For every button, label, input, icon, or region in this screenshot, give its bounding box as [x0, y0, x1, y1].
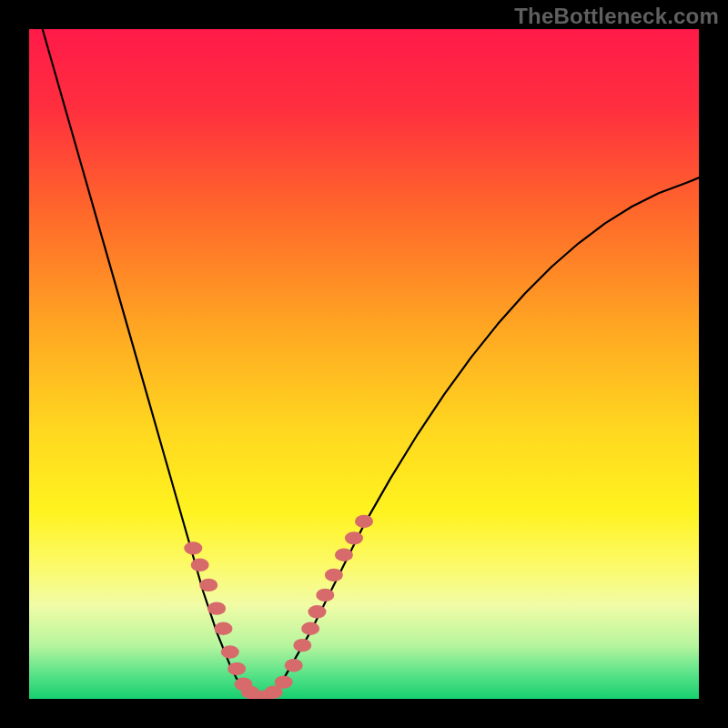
marker-point	[325, 569, 343, 581]
marker-point	[191, 559, 209, 571]
watermark-text: TheBottleneck.com	[514, 4, 719, 29]
marker-point	[285, 659, 303, 672]
marker-point	[335, 549, 353, 561]
marker-point	[275, 675, 293, 688]
marker-point	[214, 622, 232, 635]
marker-point	[207, 602, 226, 614]
chart-frame: TheBottleneck.com	[0, 0, 728, 728]
marker-point	[293, 639, 311, 652]
gradient-background	[29, 29, 699, 699]
marker-point	[228, 662, 246, 675]
marker-point	[316, 589, 334, 602]
marker-point	[221, 645, 239, 658]
plot-area	[29, 29, 699, 699]
marker-point	[308, 605, 326, 618]
marker-point	[184, 541, 202, 554]
bottleneck-chart	[29, 29, 699, 699]
marker-point	[345, 531, 363, 544]
marker-point	[199, 579, 217, 592]
marker-point	[301, 622, 319, 635]
marker-point	[355, 515, 373, 528]
